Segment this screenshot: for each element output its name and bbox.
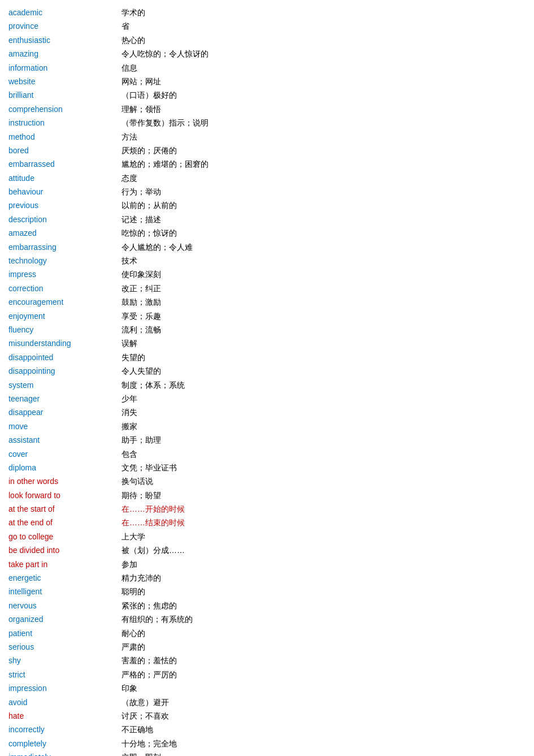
- list-item: brilliant（口语）极好的: [8, 88, 526, 102]
- english-word: assistant: [8, 434, 121, 446]
- english-word: embarrassing: [8, 241, 121, 253]
- vocab-table: academic学术的province省enthusiastic热心的amazi…: [8, 6, 526, 756]
- english-word: system: [8, 379, 121, 391]
- list-item: hate讨厌；不喜欢: [8, 709, 526, 723]
- english-word: strict: [8, 668, 121, 681]
- english-word: previous: [8, 199, 121, 211]
- list-item: immediately立即，即刻: [8, 750, 526, 756]
- list-item: information信息: [8, 61, 526, 75]
- chinese-translation: 厌烦的；厌倦的: [121, 144, 526, 157]
- list-item: behaviour行为；举动: [8, 185, 526, 198]
- list-item: shy害羞的；羞怯的: [8, 654, 526, 667]
- list-item: assistant助手；助理: [8, 433, 526, 447]
- english-word: teenager: [8, 392, 121, 405]
- chinese-translation: 参加: [121, 558, 526, 571]
- english-word: move: [8, 420, 121, 433]
- list-item: method方法: [8, 130, 526, 144]
- chinese-translation: 态度: [121, 172, 526, 184]
- list-item: enthusiastic热心的: [8, 33, 526, 47]
- list-item: disappointing令人失望的: [8, 364, 526, 378]
- chinese-translation: 令人尴尬的；令人难: [121, 241, 526, 253]
- list-item: take part in参加: [8, 558, 526, 571]
- english-word: energetic: [8, 572, 121, 584]
- chinese-translation: 上大学: [121, 530, 526, 543]
- english-word: impress: [8, 268, 121, 280]
- english-word: at the start of: [8, 503, 121, 515]
- chinese-translation: 制度；体系；系统: [121, 379, 526, 391]
- english-word: look forward to: [8, 489, 121, 502]
- english-word: enjoyment: [8, 310, 121, 322]
- list-item: intelligent聪明的: [8, 585, 526, 598]
- english-word: disappointing: [8, 365, 121, 377]
- chinese-translation: 耐心的: [121, 627, 526, 640]
- english-word: amazing: [8, 47, 121, 60]
- english-word: fluency: [8, 323, 121, 336]
- chinese-translation: 改正；纠正: [121, 282, 526, 295]
- list-item: enjoyment享受；乐趣: [8, 309, 526, 323]
- list-item: at the end of在……结束的时候: [8, 516, 526, 529]
- english-word: diploma: [8, 461, 121, 474]
- english-word: academic: [8, 6, 121, 19]
- chinese-translation: （口语）极好的: [121, 89, 526, 101]
- chinese-translation: 讨厌；不喜欢: [121, 710, 526, 722]
- english-word: incorrectly: [8, 723, 121, 736]
- chinese-translation: 流利；流畅: [121, 323, 526, 336]
- english-word: embarrassed: [8, 158, 121, 170]
- list-item: website网站；网址: [8, 75, 526, 88]
- chinese-translation: 换句话说: [121, 475, 526, 487]
- english-word: cover: [8, 448, 121, 460]
- english-word: hate: [8, 710, 121, 722]
- english-word: at the end of: [8, 516, 121, 529]
- english-word: correction: [8, 282, 121, 295]
- list-item: patient耐心的: [8, 627, 526, 640]
- chinese-translation: 令人失望的: [121, 365, 526, 377]
- chinese-translation: 紧张的；焦虑的: [121, 599, 526, 612]
- list-item: impress使印象深刻: [8, 267, 526, 281]
- list-item: be divided into被（划）分成……: [8, 543, 526, 557]
- english-word: website: [8, 75, 121, 88]
- chinese-translation: 享受；乐趣: [121, 310, 526, 322]
- chinese-translation: 严肃的: [121, 641, 526, 653]
- chinese-translation: 学术的: [121, 6, 526, 19]
- chinese-translation: 热心的: [121, 34, 526, 46]
- list-item: technology技术: [8, 254, 526, 267]
- chinese-translation: 期待；盼望: [121, 489, 526, 502]
- chinese-translation: 害羞的；羞怯的: [121, 654, 526, 667]
- english-word: misunderstanding: [8, 337, 121, 349]
- list-item: disappear消失: [8, 405, 526, 419]
- list-item: incorrectly不正确地: [8, 723, 526, 736]
- english-word: enthusiastic: [8, 34, 121, 46]
- list-item: in other words换句话说: [8, 474, 526, 488]
- list-item: bored厌烦的；厌倦的: [8, 144, 526, 157]
- chinese-translation: 网站；网址: [121, 75, 526, 88]
- english-word: disappointed: [8, 351, 121, 364]
- chinese-translation: 失望的: [121, 351, 526, 364]
- list-item: academic学术的: [8, 6, 526, 19]
- chinese-translation: 包含: [121, 448, 526, 460]
- chinese-translation: 在……开始的时候: [121, 503, 526, 515]
- list-item: previous以前的；从前的: [8, 198, 526, 212]
- chinese-translation: 印象: [121, 682, 526, 694]
- chinese-translation: 立即，即刻: [121, 751, 526, 756]
- list-item: at the start of在……开始的时候: [8, 502, 526, 516]
- chinese-translation: 方法: [121, 131, 526, 143]
- english-word: in other words: [8, 475, 121, 487]
- english-word: method: [8, 131, 121, 143]
- chinese-translation: 消失: [121, 406, 526, 418]
- english-word: instruction: [8, 116, 121, 129]
- list-item: disappointed失望的: [8, 351, 526, 364]
- list-item: teenager少年: [8, 392, 526, 405]
- english-word: shy: [8, 654, 121, 667]
- english-word: bored: [8, 144, 121, 157]
- list-item: system制度；体系；系统: [8, 378, 526, 392]
- chinese-translation: 少年: [121, 392, 526, 405]
- chinese-translation: 有组织的；有系统的: [121, 613, 526, 625]
- chinese-translation: 令人吃惊的；令人惊讶的: [121, 47, 526, 60]
- list-item: instruction（带作复数）指示；说明: [8, 116, 526, 129]
- chinese-translation: 被（划）分成……: [121, 544, 526, 556]
- list-item: misunderstanding误解: [8, 336, 526, 350]
- chinese-translation: （故意）避开: [121, 696, 526, 709]
- list-item: amazing令人吃惊的；令人惊讶的: [8, 47, 526, 61]
- list-item: strict严格的；严厉的: [8, 668, 526, 681]
- english-word: brilliant: [8, 89, 121, 101]
